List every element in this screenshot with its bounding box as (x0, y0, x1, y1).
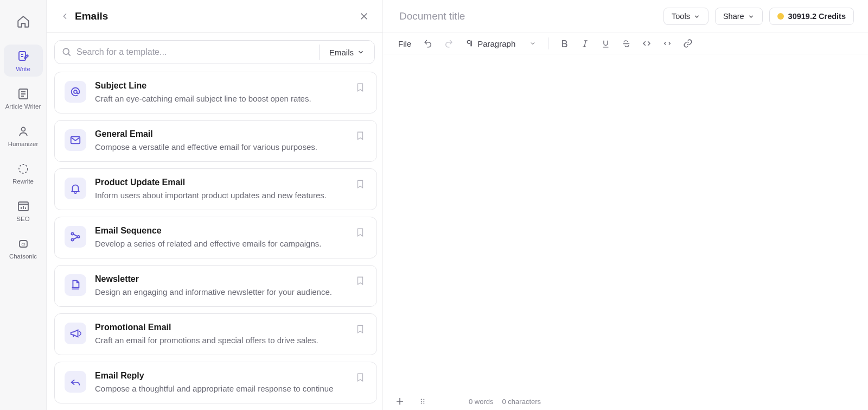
at-icon (65, 81, 86, 103)
sidebar-item-rewrite[interactable]: Rewrite (4, 157, 43, 189)
template-card-email-reply[interactable]: Email Reply Compose a thoughtful and app… (54, 362, 377, 403)
bookmark-button[interactable] (354, 226, 367, 239)
svg-point-17 (421, 403, 422, 404)
block-type-select[interactable]: Paragraph (460, 34, 541, 53)
panel-header: Emails (47, 0, 382, 33)
strikethrough-icon (622, 39, 631, 48)
document-title-input[interactable] (399, 10, 657, 22)
drag-handle[interactable] (416, 394, 430, 408)
sidebar-item-write[interactable]: Write (4, 45, 43, 77)
svg-point-12 (77, 236, 79, 238)
chevron-down-icon (748, 13, 755, 20)
bold-button[interactable] (555, 34, 573, 53)
bookmark-button[interactable] (354, 371, 367, 384)
close-icon (359, 11, 369, 21)
bookmark-icon (355, 324, 365, 334)
search-icon (61, 47, 72, 58)
back-button[interactable] (59, 10, 72, 23)
link-button[interactable] (679, 34, 697, 53)
newsletter-icon (65, 274, 86, 296)
svg-point-2 (21, 128, 25, 131)
underline-button[interactable] (596, 34, 615, 53)
home-icon (16, 15, 30, 29)
sidebar-item-label: Write (16, 66, 30, 72)
link-icon (683, 39, 693, 48)
sidebar-item-seo[interactable]: SEO (4, 194, 43, 226)
bookmark-button[interactable] (354, 81, 367, 94)
template-title: Email Sequence (95, 226, 345, 236)
write-icon (17, 50, 30, 63)
paragraph-icon (465, 39, 474, 48)
template-desc: Develop a series of related and effectiv… (95, 238, 345, 249)
template-desc: Craft an email for promotions and specia… (95, 335, 345, 346)
template-card-promotional[interactable]: Promotional Email Craft an email for pro… (54, 313, 377, 355)
sidebar-item-article-writer[interactable]: Article Writer (4, 82, 43, 114)
bookmark-button[interactable] (354, 178, 367, 191)
editor-area: Tools Share 30919.2 Credits File Par (383, 0, 868, 410)
italic-icon (580, 39, 590, 48)
template-title: General Email (95, 129, 345, 139)
rewrite-icon (17, 162, 30, 175)
undo-button[interactable] (419, 34, 437, 53)
italic-button[interactable] (576, 34, 594, 53)
panel-title: Emails (75, 10, 358, 22)
svg-point-13 (421, 399, 422, 400)
undo-icon (423, 39, 433, 48)
credits-badge[interactable]: 30919.2 Credits (769, 8, 854, 25)
bookmark-button[interactable] (354, 323, 367, 336)
sidebar-item-label: Humanizer (8, 141, 39, 147)
drag-icon (419, 398, 426, 405)
word-count: 0 words (469, 398, 494, 406)
chevron-left-icon (61, 12, 69, 21)
svg-text:cs: cs (21, 242, 25, 246)
code-button[interactable] (637, 34, 656, 53)
seo-icon (17, 200, 30, 213)
home-button[interactable] (10, 9, 36, 35)
svg-point-15 (421, 401, 422, 402)
editor-body[interactable] (383, 54, 868, 393)
close-button[interactable] (358, 10, 371, 23)
article-icon (17, 87, 30, 100)
template-desc: Inform users about important product upd… (95, 190, 345, 201)
tools-label: Tools (672, 12, 690, 21)
editor-toolbar: File Paragraph (383, 33, 868, 54)
template-card-subject-line[interactable]: Subject Line Craft an eye-catching email… (54, 72, 377, 113)
underline-icon (601, 39, 610, 48)
file-menu[interactable]: File (393, 34, 417, 53)
sidebar-item-label: SEO (16, 216, 29, 222)
share-button[interactable]: Share (715, 8, 763, 25)
template-card-newsletter[interactable]: Newsletter Design an engaging and inform… (54, 265, 377, 307)
svg-point-3 (19, 165, 28, 173)
codeblock-button[interactable] (658, 34, 676, 53)
sidebar-item-humanizer[interactable]: Humanizer (4, 119, 43, 152)
svg-point-16 (423, 401, 424, 402)
bookmark-icon (355, 131, 365, 141)
template-card-general-email[interactable]: General Email Compose a versatile and ef… (54, 120, 377, 162)
bell-icon (65, 178, 86, 199)
redo-button[interactable] (439, 34, 458, 53)
strikethrough-button[interactable] (617, 34, 635, 53)
tools-button[interactable]: Tools (663, 8, 709, 25)
search-input[interactable] (76, 47, 319, 57)
add-block-button[interactable] (393, 394, 407, 408)
template-title: Promotional Email (95, 323, 345, 332)
chatsonic-icon: cs (17, 237, 30, 250)
bookmark-button[interactable] (354, 129, 367, 142)
sidebar-item-chatsonic[interactable]: cs Chatsonic (4, 232, 43, 264)
char-count: 0 characters (502, 398, 541, 406)
template-card-product-update[interactable]: Product Update Email Inform users about … (54, 168, 377, 210)
sidebar-item-label: Rewrite (12, 178, 34, 185)
templates-list[interactable]: Subject Line Craft an eye-catching email… (47, 64, 382, 410)
reply-icon (65, 371, 86, 393)
bold-icon (560, 39, 569, 48)
template-title: Email Reply (95, 371, 345, 381)
search-row: Emails (47, 33, 382, 64)
chevron-down-icon (357, 48, 365, 56)
bookmark-button[interactable] (354, 274, 367, 287)
megaphone-icon (65, 323, 86, 344)
svg-point-11 (71, 238, 73, 241)
template-card-email-sequence[interactable]: Email Sequence Develop a series of relat… (54, 217, 377, 258)
filter-dropdown[interactable]: Emails (320, 48, 374, 57)
divider (548, 37, 548, 49)
share-label: Share (723, 12, 744, 21)
